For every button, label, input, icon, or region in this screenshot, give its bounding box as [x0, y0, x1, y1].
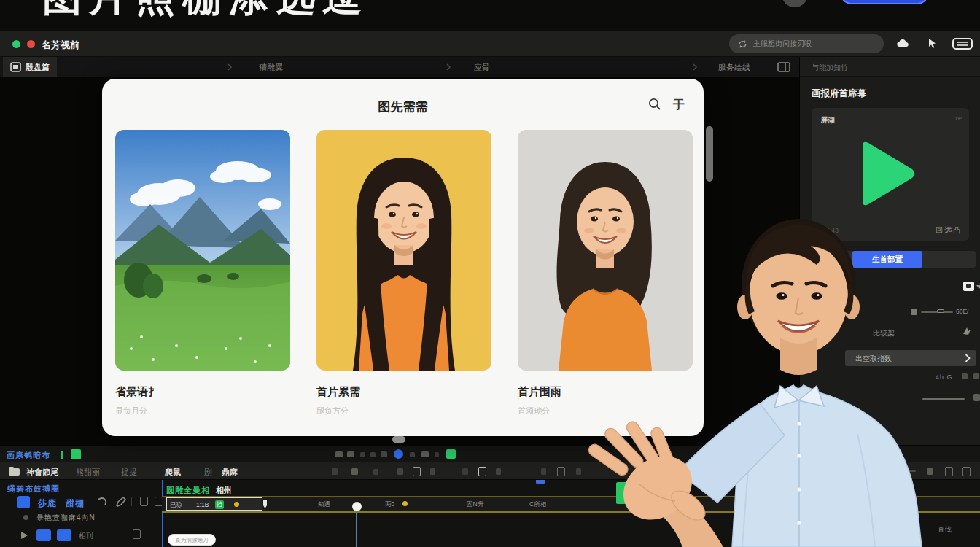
card-label: 省景语扌 [115, 385, 159, 399]
small-play-icon[interactable] [20, 531, 28, 540]
image-card-landscape[interactable] [115, 130, 290, 371]
tab-label: 服务绘线 [718, 62, 750, 73]
window-red-dot[interactable] [27, 40, 35, 48]
hero-strip: 图片照棚添选逗 [0, 0, 980, 31]
selected-clip[interactable]: 已琼 1:1B 挡 [166, 497, 262, 511]
pen-icon[interactable] [115, 497, 126, 507]
track-label: 两0 [385, 500, 394, 509]
portrait-yellow-thumbnail [316, 130, 491, 371]
media-folder-icon[interactable] [8, 466, 20, 476]
inspector-top-field[interactable]: 与能加知竹 [800, 57, 980, 77]
player-corner-text: 1P [954, 115, 962, 122]
toolbar-icon[interactable] [462, 468, 468, 475]
track-tool-blue-icon[interactable] [18, 496, 30, 508]
window-green-dot[interactable] [12, 40, 20, 48]
tab-label: 应骨 [474, 62, 490, 73]
toolbar-icon[interactable] [397, 468, 403, 475]
toolbar-icon[interactable] [373, 469, 378, 475]
track-tool-label[interactable]: 莎鹿 [38, 497, 57, 510]
strip-icon[interactable] [410, 452, 415, 457]
mute-dot-icon[interactable] [23, 515, 28, 520]
track-box-icon[interactable] [140, 497, 148, 506]
undo-icon[interactable] [96, 497, 107, 507]
keyframe-dot[interactable] [234, 502, 239, 507]
clip-badge: 挡 [215, 500, 224, 509]
clip-text: 已琼 [170, 501, 182, 510]
track-tool-label[interactable]: 甜棚 [66, 497, 85, 510]
tool-item[interactable]: 熊甜丽 [76, 467, 100, 478]
green-label-suffix: 相州 [216, 486, 232, 494]
divider [131, 497, 132, 506]
playhead-line[interactable] [356, 511, 357, 547]
tool-item[interactable]: 爬鼠 [165, 467, 181, 478]
toolbar-icon[interactable] [541, 468, 546, 475]
cursor-icon[interactable] [928, 38, 937, 49]
tool-item[interactable]: 捉提 [121, 467, 137, 478]
toolbar-box-icon[interactable] [478, 467, 486, 476]
sync-icon [738, 39, 747, 49]
green-swatch[interactable] [71, 449, 81, 459]
strip-icon[interactable] [381, 451, 387, 457]
avatar[interactable] [782, 0, 808, 7]
tab-2[interactable]: 猜雕翼 [252, 57, 290, 77]
play-icon[interactable] [857, 139, 918, 209]
toolbar-icon[interactable] [430, 468, 435, 475]
image-card-portrait-yellow[interactable] [316, 130, 491, 371]
row3-box-icon[interactable] [133, 529, 141, 539]
toolbar-box-icon[interactable] [413, 467, 421, 476]
search-placeholder: 主服想街间接刃哏 [753, 39, 812, 49]
strip-icon[interactable] [435, 452, 439, 457]
strip-icon[interactable] [360, 452, 365, 457]
toolbar-icon[interactable] [351, 468, 358, 475]
player-label: 屏湖 [820, 115, 835, 125]
clip-swatch-blue[interactable] [36, 529, 51, 541]
toolbar-box-icon[interactable] [557, 467, 565, 476]
app-title: 名芳视前 [42, 39, 79, 52]
card-sublabel: 腿负方分 [316, 406, 349, 416]
timeline-tooltip: 直为洄骤蚴刀 [168, 534, 216, 546]
toolbar-icon[interactable] [332, 468, 338, 475]
modal-title: 图先需需 [102, 98, 704, 115]
card-sublabel: 显负月分 [115, 406, 147, 416]
collapse-panel-icon[interactable] [777, 62, 790, 72]
tab-media[interactable]: 殷盘篇 [3, 57, 57, 77]
strip-icon[interactable] [347, 451, 354, 457]
inspector-top-text: 与能加知竹 [812, 63, 848, 73]
chevron-sep-icon [445, 63, 452, 71]
tool-item[interactable]: 剧 [204, 467, 212, 478]
track-label: 固N升 [467, 500, 483, 509]
modal-drag-handle[interactable] [392, 436, 405, 443]
tab-label: 殷盘篇 [26, 62, 50, 73]
clip-time: 1:1B [196, 501, 209, 508]
track-label: C所相 [529, 500, 546, 509]
cloud-icon[interactable] [897, 38, 909, 49]
card-label: 首片围雨 [518, 385, 561, 399]
green-swatch-2[interactable] [446, 449, 456, 459]
record-dot-icon[interactable] [394, 449, 403, 459]
hero-title: 图片照棚添选逗 [42, 0, 369, 24]
filter-icon[interactable]: 于 [673, 98, 685, 113]
toolbar-icon[interactable] [496, 468, 501, 475]
timeline-split-line[interactable] [162, 480, 163, 547]
strip-icon[interactable] [370, 452, 376, 457]
scrollbar-thumb[interactable] [706, 126, 713, 182]
global-search-input[interactable]: 主服想街间接刃哏 [729, 34, 884, 53]
tool-item[interactable]: 鼎麻 [222, 467, 238, 478]
tool-item[interactable]: 神會節尾 [26, 467, 58, 478]
chevron-sep-icon [226, 63, 233, 71]
strip-left-label: 画康鹌暗布 [7, 450, 50, 461]
tab-label: 猜雕翼 [259, 62, 283, 73]
clip-swatch-blue[interactable] [57, 529, 71, 541]
search-icon[interactable] [648, 98, 661, 111]
menu-icon[interactable] [952, 38, 973, 50]
keyframe-dot[interactable] [402, 501, 408, 506]
tab-4[interactable]: 服务绘线 [711, 57, 758, 77]
card-sublabel: 首须琐分 [518, 406, 550, 416]
strip-icon[interactable] [421, 451, 429, 457]
chevron-sep-icon [691, 63, 699, 71]
strip-icon[interactable] [335, 451, 343, 457]
clip-marker-icon[interactable] [262, 500, 268, 508]
hero-cta-button[interactable] [840, 0, 929, 4]
tab-3[interactable]: 应骨 [467, 57, 497, 77]
presenter-person [569, 215, 980, 547]
